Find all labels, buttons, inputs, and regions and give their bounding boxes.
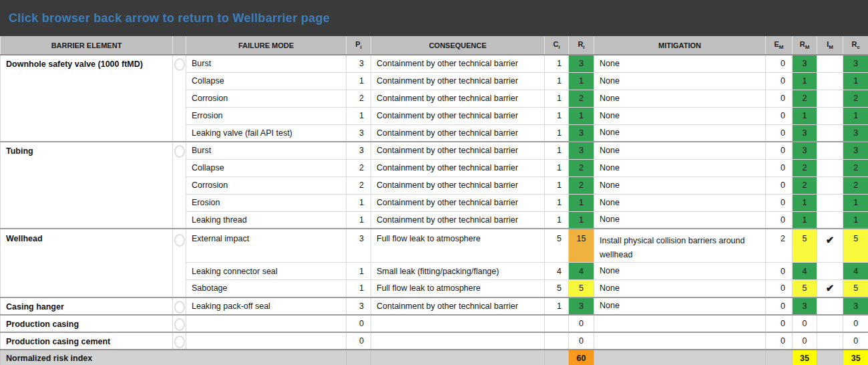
im-cell[interactable] [817,194,843,211]
consequence-cell: Containment by other technical barrier [371,90,545,107]
im-cell[interactable] [817,159,843,176]
em-cell: 0 [766,90,793,107]
mitigation-cell: None [594,72,766,90]
em-cell: 0 [766,263,793,280]
im-cell[interactable] [817,315,843,332]
rc-cell: 1 [843,107,868,124]
im-cell[interactable] [817,332,843,350]
rm-cell: 1 [793,211,817,229]
em-cell: 0 [766,332,793,350]
status-circle-icon[interactable] [174,301,185,314]
em-cell: 0 [766,107,793,124]
im-cell[interactable] [817,263,843,280]
im-cell[interactable] [817,211,843,229]
consequence-cell: Containment by other technical barrier [371,107,545,124]
mitigation-cell: None [594,90,766,107]
rm-cell: 3 [793,142,817,159]
im-cell[interactable]: ✔ [817,280,843,297]
rm-cell: 1 [793,72,817,90]
failure-mode-cell: Leaking pack-off seal [186,297,347,315]
em-cell: 0 [766,55,793,72]
status-circle-cell [173,142,186,229]
status-circle-icon[interactable] [174,336,185,348]
status-circle-icon[interactable] [174,145,185,158]
ci-cell [545,315,569,332]
consequence-cell [371,332,545,350]
barrier-element-cell: Production casing cement [1,332,173,350]
ri-cell: 3 [569,297,594,315]
consequence-cell: Containment by other technical barrier [371,55,545,72]
risk-table-body: Downhole safety valve (1000 ftMD)Burst3C… [1,55,868,350]
ci-cell: 1 [545,90,569,107]
em-cell: 0 [766,142,793,159]
rm-cell: 1 [793,194,817,211]
im-cell[interactable]: ✔ [817,229,843,263]
ri-cell: 2 [569,176,594,194]
failure-mode-cell: Collapse [186,159,347,176]
rc-cell: 3 [843,142,868,159]
pi-cell: 2 [347,159,371,176]
status-circle-cell [173,315,186,332]
consequence-cell: Containment by other technical barrier [371,72,545,90]
mitigation-cell: None [594,55,766,72]
mitigation-cell: None [594,263,766,280]
ri-cell: 3 [569,142,594,159]
barrier-element-cell: Wellhead [1,229,173,297]
im-cell[interactable] [817,124,843,142]
pi-cell: 2 [347,90,371,107]
status-circle-icon[interactable] [174,318,185,331]
footer-ci-cell [545,350,569,365]
pi-cell: 1 [347,194,371,211]
ri-cell: 15 [569,229,594,263]
footer-consequence-cell [371,350,545,365]
footer-rm-total: 35 [793,350,817,365]
table-row: Production casing00000 [1,315,868,332]
ci-cell: 1 [545,176,569,194]
rm-cell: 0 [793,315,817,332]
status-circle-cell [173,332,186,350]
im-cell[interactable] [817,72,843,90]
ci-cell: 5 [545,280,569,297]
em-cell: 0 [766,211,793,229]
im-cell[interactable] [817,55,843,72]
pi-cell: 3 [347,142,371,159]
im-cell[interactable] [817,90,843,107]
pi-cell: 0 [347,315,371,332]
col-status-circle [173,36,186,55]
pi-cell: 1 [347,72,371,90]
im-cell[interactable] [817,142,843,159]
mitigation-cell [594,332,766,350]
status-circle-icon[interactable] [174,234,185,247]
rm-cell: 0 [793,332,817,350]
failure-mode-cell: Erosion [186,194,347,211]
col-pi: Pi [347,36,371,55]
footer-ri-total: 60 [569,350,594,365]
consequence-cell: Full flow leak to atmosphere [371,280,545,297]
mitigation-cell [594,315,766,332]
status-circle-icon[interactable] [174,58,185,71]
failure-mode-cell: Burst [186,55,347,72]
em-cell: 0 [766,194,793,211]
rc-cell: 5 [843,229,868,263]
ci-cell: 4 [545,263,569,280]
pi-cell: 1 [347,263,371,280]
im-cell[interactable] [817,107,843,124]
failure-mode-cell: Corrosion [186,176,347,194]
consequence-cell: Containment by other technical barrier [371,176,545,194]
em-cell: 0 [766,176,793,194]
mitigation-cell: None [594,124,766,142]
ri-cell: 1 [569,211,594,229]
rc-cell: 0 [843,315,868,332]
rc-cell: 3 [843,55,868,72]
em-cell: 0 [766,159,793,176]
im-cell[interactable] [817,176,843,194]
ci-cell: 1 [545,142,569,159]
rc-cell: 2 [843,90,868,107]
rm-cell: 3 [793,297,817,315]
consequence-cell: Containment by other technical barrier [371,124,545,142]
pi-cell: 3 [347,297,371,315]
pi-cell: 3 [347,124,371,142]
rc-cell: 0 [843,332,868,350]
im-cell[interactable] [817,297,843,315]
barrier-element-cell: Downhole safety valve (1000 ftMD) [1,55,173,142]
